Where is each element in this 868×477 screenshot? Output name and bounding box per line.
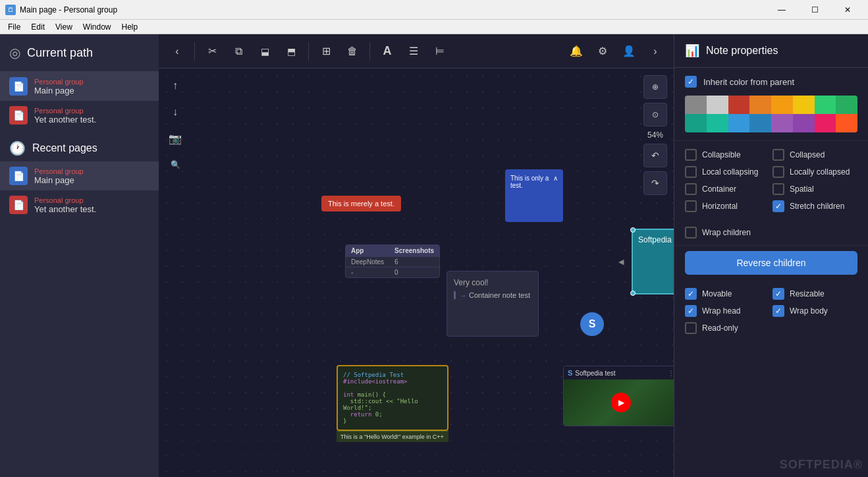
cut-button[interactable]: ✂ (200, 40, 224, 63)
settings-button[interactable]: ⚙ (591, 40, 614, 63)
color-swatch-yellow[interactable] (793, 96, 815, 114)
prop-movable: Movable (685, 288, 770, 300)
prop-locally-collapsed: Locally collapsed (773, 166, 857, 178)
canvas-down-button[interactable]: ↓ (163, 100, 187, 124)
inherit-color-checkbox[interactable] (685, 76, 697, 88)
color-swatch-deeporange[interactable] (836, 114, 857, 132)
back-button[interactable]: ‹ (165, 40, 189, 63)
menu-window[interactable]: Window (78, 21, 117, 33)
spatial-checkbox[interactable] (773, 183, 784, 195)
app-icon: 🗒 (5, 5, 16, 15)
text-button[interactable]: A (375, 40, 399, 63)
list-button[interactable]: ☰ (402, 40, 425, 63)
locally-collapsed-checkbox[interactable] (773, 166, 784, 178)
stretch-children-checkbox[interactable] (773, 200, 784, 212)
redo-button[interactable]: ↷ (643, 171, 667, 195)
wrap-children-checkbox[interactable] (685, 227, 697, 238)
note-red[interactable]: This is merely a test. (321, 196, 401, 211)
sidebar-recent-text-test: Personal group Yet another test. (34, 196, 96, 214)
zoom-fit-button[interactable]: ⊕ (643, 75, 667, 99)
color-swatch-red[interactable] (728, 96, 750, 114)
color-row-2 (685, 114, 857, 132)
menu-view[interactable]: View (50, 21, 78, 33)
canvas-area: ↑ ↓ 📷 🔍 ⊕ ⊙ 54% ↶ ↷ (159, 69, 674, 477)
handle-tl[interactable] (630, 227, 636, 233)
right-panel: 📊 Note properties Inherit color from par… (674, 34, 868, 477)
color-swatch-blue1[interactable] (728, 114, 750, 132)
sidebar-recent-text-main: Personal group Main page (34, 167, 84, 185)
color-swatch-purple2[interactable] (793, 114, 815, 132)
wrap-body-checkbox[interactable] (773, 305, 784, 317)
maximize-button[interactable]: ☐ (800, 0, 830, 20)
copy-button[interactable]: ⧉ (227, 40, 250, 63)
sidebar-recent-item-main[interactable]: 📄 Personal group Main page (0, 161, 159, 190)
color-swatch-orange[interactable] (749, 96, 771, 114)
bell-button[interactable]: 🔔 (564, 40, 588, 63)
paste-button[interactable]: ⬓ (253, 40, 277, 63)
reverse-children-button[interactable]: Reverse children (685, 251, 857, 275)
undo-button[interactable]: ↶ (643, 144, 667, 167)
color-swatch-green[interactable] (815, 96, 836, 114)
minimize-button[interactable]: — (767, 0, 797, 20)
local-collapsing-checkbox[interactable] (685, 166, 697, 178)
menu-edit[interactable]: Edit (26, 21, 50, 33)
paste2-button[interactable]: ⬒ (279, 40, 303, 63)
container-checkbox[interactable] (685, 183, 697, 195)
sidebar-recent-icon-test: 📄 (9, 196, 28, 214)
color-swatch-amber[interactable] (771, 96, 793, 114)
resizable-checkbox[interactable] (773, 288, 784, 300)
user-button[interactable]: 👤 (617, 40, 641, 63)
video-play-button[interactable]: ▶ (611, 393, 631, 412)
toolbar-sep-3 (369, 42, 370, 61)
note-teal[interactable]: Softpedia Test ◀ ▶ (632, 229, 674, 295)
collapsible-checkbox[interactable] (685, 149, 697, 161)
movable-checkbox[interactable] (685, 288, 697, 300)
note-video[interactable]: S Softpedia test ⋮ ▶ (563, 366, 674, 426)
note-dark-container[interactable]: Very cool! → Container note test (447, 271, 539, 337)
wrap-head-checkbox[interactable] (685, 305, 697, 317)
canvas-tools: ↑ ↓ 📷 🔍 (159, 69, 192, 477)
menu-file[interactable]: File (3, 21, 26, 33)
sidebar-recent-item-test[interactable]: 📄 Personal group Yet another test. (0, 190, 159, 219)
color-swatch-purple1[interactable] (771, 114, 793, 132)
align-button[interactable]: ⊨ (428, 40, 452, 63)
note-table[interactable]: App Screenshots DeepNotes 6 - 0 (345, 244, 440, 278)
color-swatch-teal2[interactable] (707, 114, 728, 132)
color-swatch-gray1[interactable] (685, 96, 707, 114)
app-layout: ◎ Current path 📄 Personal group Main pag… (0, 34, 868, 477)
titlebar-left: 🗒 Main page - Personal group (5, 5, 117, 15)
next-button[interactable]: › (643, 40, 667, 63)
local-collapsing-label: Local collapsing (702, 167, 758, 177)
sidebar-item-name-1: Main page (34, 86, 84, 96)
wrap-head-label: Wrap head (702, 306, 740, 316)
titlebar-controls: — ☐ ✕ (767, 0, 863, 20)
sidebar: ◎ Current path 📄 Personal group Main pag… (0, 34, 159, 477)
center-area: ‹ ✂ ⧉ ⬓ ⬒ ⊞ 🗑 A ☰ ⊨ 🔔 ⚙ 👤 › (159, 34, 674, 477)
note-code[interactable]: // Softpedia Test #include<iostream> int… (337, 365, 448, 442)
horizontal-label: Horizontal (702, 202, 738, 211)
color-swatch-teal1[interactable] (685, 114, 707, 132)
handle-bl[interactable] (630, 291, 636, 296)
sidebar-item-main-page[interactable]: 📄 Personal group Main page (0, 72, 159, 101)
color-swatch-blue2[interactable] (749, 114, 771, 132)
color-swatch-gray2[interactable] (707, 96, 728, 114)
sidebar-item-another-test[interactable]: 📄 Personal group Yet another test. (0, 101, 159, 130)
prop-collapsed: Collapsed (773, 149, 857, 161)
grid-button[interactable]: ⊞ (314, 40, 338, 63)
color-swatch-pink[interactable] (815, 114, 836, 132)
canvas-up-button[interactable]: ↑ (163, 74, 187, 98)
prop-wrap-head: Wrap head (685, 305, 770, 317)
properties-grid: Collapsible Collapsed Local collapsing L… (674, 141, 868, 220)
note-s-badge[interactable]: S (580, 312, 604, 336)
close-button[interactable]: ✕ (832, 0, 863, 20)
delete-button[interactable]: 🗑 (340, 40, 364, 63)
zoom-select-button[interactable]: ⊙ (643, 103, 667, 126)
note-blue[interactable]: This is only a test. ∧ (505, 169, 563, 222)
canvas-camera-button[interactable]: 📷 (163, 126, 187, 150)
canvas-search-button[interactable]: 🔍 (163, 153, 187, 177)
horizontal-checkbox[interactable] (685, 200, 697, 212)
collapsed-checkbox[interactable] (773, 149, 784, 161)
readonly-checkbox[interactable] (685, 322, 697, 334)
menu-help[interactable]: Help (117, 21, 144, 33)
color-swatch-darkgreen[interactable] (836, 96, 857, 114)
